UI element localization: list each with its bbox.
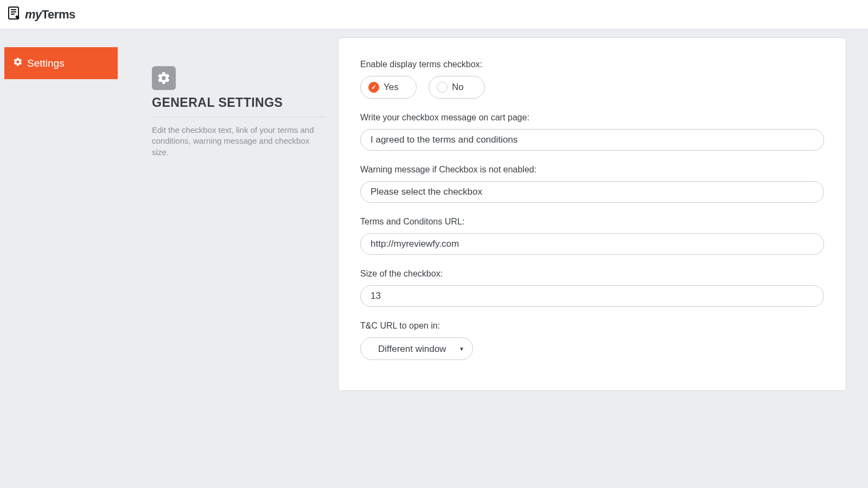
topbar: myTerms <box>0 0 868 29</box>
radio-no[interactable]: No <box>429 76 485 99</box>
field-label: Terms and Conditons URL: <box>360 217 824 227</box>
brand-name: myTerms <box>25 8 75 22</box>
checkbox-size-input[interactable] <box>360 285 824 307</box>
field-warning-message: Warning message if Checkbox is not enabl… <box>360 165 824 203</box>
radio-checked-icon <box>368 82 379 93</box>
field-label: T&C URL to open in: <box>360 321 824 331</box>
field-checkbox-message: Write your checkbox message on cart page… <box>360 113 824 151</box>
sidebar-item-settings[interactable]: Settings <box>4 47 118 79</box>
radio-label: No <box>452 82 464 93</box>
radio-label: Yes <box>384 82 399 93</box>
field-label: Warning message if Checkbox is not enabl… <box>360 165 824 175</box>
brand-logo: myTerms <box>8 6 75 23</box>
warning-message-input[interactable] <box>360 181 824 203</box>
field-label: Size of the checkbox: <box>360 269 824 279</box>
settings-card: Enable display terms checkbox: Yes No Wr… <box>338 37 846 391</box>
section-description: Edit the checkbox text, link of your ter… <box>152 125 326 158</box>
open-in-select[interactable]: Different window <box>360 337 473 360</box>
gear-icon <box>13 57 23 69</box>
section-header: GENERAL SETTINGS Edit the checkbox text,… <box>152 37 326 158</box>
checkbox-message-input[interactable] <box>360 129 824 151</box>
radio-unchecked-icon <box>437 82 448 93</box>
sidebar-item-label: Settings <box>27 57 65 69</box>
field-checkbox-size: Size of the checkbox: <box>360 269 824 307</box>
document-icon <box>8 6 22 23</box>
radio-yes[interactable]: Yes <box>360 76 417 99</box>
section-title: GENERAL SETTINGS <box>152 95 326 117</box>
field-label: Enable display terms checkbox: <box>360 60 824 69</box>
field-enable-display: Enable display terms checkbox: Yes No <box>360 60 824 99</box>
field-open-in: T&C URL to open in: Different window ▼ <box>360 321 824 360</box>
sidebar: Settings <box>0 29 122 488</box>
field-terms-url: Terms and Conditons URL: <box>360 217 824 255</box>
field-label: Write your checkbox message on cart page… <box>360 113 824 123</box>
gear-icon <box>152 66 176 90</box>
terms-url-input[interactable] <box>360 233 824 255</box>
main-content: GENERAL SETTINGS Edit the checkbox text,… <box>122 29 868 488</box>
